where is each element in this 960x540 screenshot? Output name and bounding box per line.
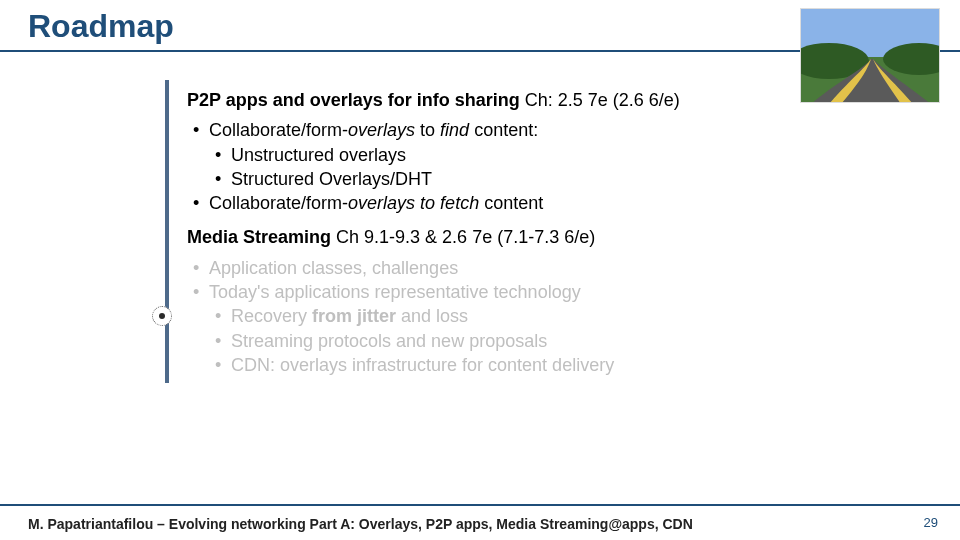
section1-heading-tail: Ch: 2.5 7e (2.6 6/e) xyxy=(520,90,680,110)
list-item: CDN: overlays infrastructure for content… xyxy=(209,353,805,377)
list-item: Unstructured overlays xyxy=(209,143,805,167)
sublist: Unstructured overlays Structured Overlay… xyxy=(209,143,805,192)
section1-list: Collaborate/form-overlays to find conten… xyxy=(187,118,805,215)
content-body: P2P apps and overlays for info sharing C… xyxy=(165,80,805,383)
text-strong: from jitter xyxy=(312,306,396,326)
text-em: overlays xyxy=(348,120,415,140)
footer-rule xyxy=(0,504,960,506)
slide-title: Roadmap xyxy=(28,8,174,45)
list-item: Streaming protocols and new proposals xyxy=(209,329,805,353)
page-number: 29 xyxy=(924,515,938,530)
text: to xyxy=(415,120,440,140)
text: Application classes, challenges xyxy=(209,258,458,278)
text: Recovery xyxy=(231,306,312,326)
text: content xyxy=(479,193,543,213)
section2-heading-strong: Media Streaming xyxy=(187,227,331,247)
road-icon xyxy=(801,9,940,103)
list-item: Application classes, challenges xyxy=(187,256,805,280)
slide: Roadmap P2P apps and overlays for info s… xyxy=(0,0,960,540)
text: Structured Overlays/DHT xyxy=(231,169,432,189)
text: Streaming protocols and new proposals xyxy=(231,331,547,351)
text: content: xyxy=(469,120,538,140)
section1-heading: P2P apps and overlays for info sharing C… xyxy=(187,88,805,112)
text-em: overlays xyxy=(348,193,415,213)
road-thumbnail xyxy=(800,8,940,103)
section2-heading: Media Streaming Ch 9.1-9.3 & 2.6 7e (7.1… xyxy=(187,225,805,249)
list-item: Collaborate/form-overlays to fetch conte… xyxy=(187,191,805,215)
text: Collaborate/form- xyxy=(209,193,348,213)
list-item: Collaborate/form-overlays to find conten… xyxy=(187,118,805,191)
text: and loss xyxy=(396,306,468,326)
list-item: Today's applications representative tech… xyxy=(187,280,805,377)
text: Collaborate/form- xyxy=(209,120,348,140)
sublist: Recovery from jitter and loss Streaming … xyxy=(209,304,805,377)
text: CDN: overlays infrastructure for content… xyxy=(231,355,614,375)
list-item: Recovery from jitter and loss xyxy=(209,304,805,328)
section2-heading-tail: Ch 9.1-9.3 & 2.6 7e (7.1-7.3 6/e) xyxy=(331,227,595,247)
section1-heading-strong: P2P apps and overlays for info sharing xyxy=(187,90,520,110)
text: Today's applications representative tech… xyxy=(209,282,581,302)
text-em: find xyxy=(440,120,469,140)
list-item: Structured Overlays/DHT xyxy=(209,167,805,191)
section2-list: Application classes, challenges Today's … xyxy=(187,256,805,377)
text: Unstructured overlays xyxy=(231,145,406,165)
text-em: to fetch xyxy=(420,193,479,213)
footer-text: M. Papatriantafilou – Evolving networkin… xyxy=(28,516,693,532)
progress-marker-icon xyxy=(152,306,172,326)
